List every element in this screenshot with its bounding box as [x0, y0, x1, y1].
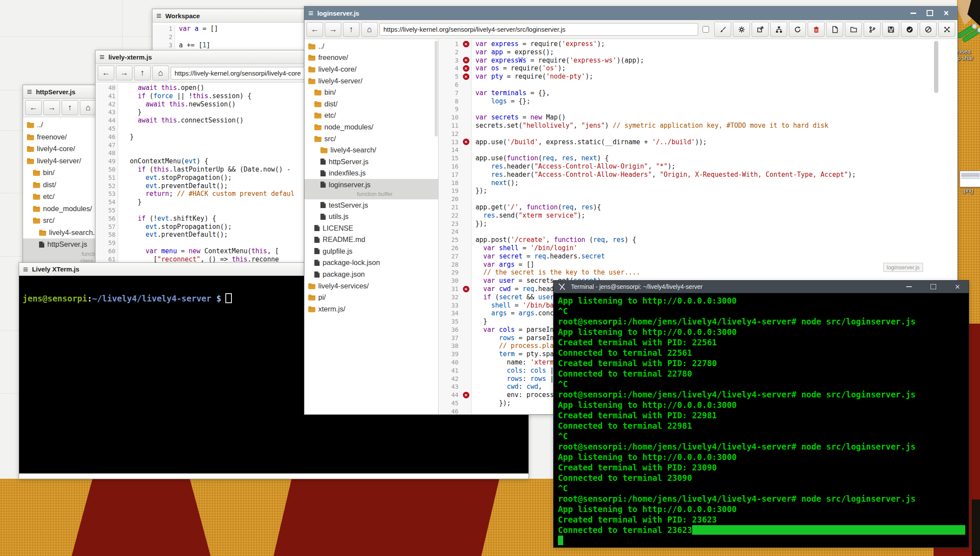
tree-item-etc[interactable]: etc/: [304, 110, 438, 122]
desktop-guide: [0, 256, 23, 257]
tree-item-lively4-server[interactable]: lively4-server/: [304, 75, 438, 87]
error-badge-icon[interactable]: ×: [463, 286, 469, 292]
error-badge-icon[interactable]: ×: [463, 139, 469, 145]
minimize-button[interactable]: [905, 283, 913, 291]
terminal-cursor-line: [558, 535, 969, 546]
maximize-button[interactable]: [929, 283, 937, 291]
tree-item-LICENSE[interactable]: LICENSE: [304, 222, 438, 234]
code-line-21: 21app.get('/', function(req, res){: [439, 203, 957, 212]
back-button[interactable]: ←: [25, 100, 42, 115]
code-line-11: 11secrets.set("hellolively", "jens") // …: [439, 122, 957, 130]
line-number: 43: [96, 108, 118, 116]
tree-item-lively4-core[interactable]: lively4-core/: [304, 63, 438, 75]
tree-item-pi[interactable]: pi/: [304, 291, 438, 303]
brush-button[interactable]: [714, 22, 731, 37]
tree-item-README.md[interactable]: README.md: [304, 234, 438, 246]
code-line-40: 40 await this.open(): [96, 84, 313, 92]
terminal-line: App listening to http://0.0.0.0:3000: [558, 400, 969, 410]
accept-button[interactable]: [901, 22, 918, 37]
desktop-icon-png[interactable]: .png: [960, 171, 980, 194]
home-button[interactable]: ⌂: [80, 100, 96, 115]
refresh-button[interactable]: [789, 22, 806, 37]
code-line-3: 3×var expressWs = require('express-ws')(…: [439, 56, 957, 65]
error-badge-icon[interactable]: ×: [463, 73, 469, 80]
forward-button[interactable]: →: [325, 22, 341, 37]
maximize-button[interactable]: [926, 9, 934, 17]
url-input[interactable]: [171, 67, 310, 79]
tree-item-utils.js[interactable]: utils.js: [304, 211, 438, 222]
tree-item-package-lock.json[interactable]: package-lock.json: [304, 257, 438, 269]
close-button[interactable]: ×: [954, 283, 961, 291]
tree-item-indexfiles.js[interactable]: indexfiles.js: [304, 168, 438, 179]
menu-icon[interactable]: ≡: [308, 9, 313, 17]
code-line-58: 58 evt.preventDefault();: [96, 231, 313, 239]
terminal-line: Created terminal with PID: 22981: [558, 410, 969, 420]
sitemap-button[interactable]: [770, 22, 787, 37]
editor-scrollbar[interactable]: [934, 41, 938, 93]
terminal-screen[interactable]: App listening to http://0.0.0.0:3000^Cro…: [554, 293, 969, 547]
tree-item-lively4-services[interactable]: lively4-services/: [304, 280, 438, 292]
new-file-button[interactable]: [826, 22, 843, 37]
cancel-button[interactable]: [920, 22, 937, 37]
tree-item-src[interactable]: src/: [304, 133, 438, 145]
menu-icon[interactable]: ≡: [99, 53, 105, 61]
code-line-19: 19});: [439, 187, 957, 195]
home-button[interactable]: ⌂: [361, 22, 378, 37]
url-input[interactable]: [379, 23, 698, 36]
forward-button[interactable]: →: [43, 100, 60, 115]
home-button[interactable]: ⌂: [152, 66, 169, 80]
tree-item-gulpfile.js[interactable]: gulpfile.js: [304, 245, 438, 257]
code-line-53: 53 return; // #HACK custom prevent defau…: [96, 190, 313, 198]
gears-button[interactable]: [733, 22, 750, 37]
line-number: 57: [96, 223, 118, 231]
tree-item-..[interactable]: ../: [304, 40, 438, 52]
save-icon: [888, 26, 894, 33]
error-badge-icon[interactable]: ×: [463, 392, 469, 398]
terminal-titlebar[interactable]: Terminal - jens@sensorpi: ~/lively4/live…: [554, 281, 969, 293]
tree-item-bin[interactable]: bin/: [304, 86, 438, 98]
expand-button[interactable]: [938, 22, 955, 37]
trash-button[interactable]: [808, 22, 825, 37]
menu-icon[interactable]: ≡: [27, 87, 32, 96]
tree-item-httpServer.js[interactable]: httpServer.js: [304, 156, 438, 168]
code-line-45: 45: [96, 125, 313, 133]
edit-mode-checkbox[interactable]: [703, 26, 709, 33]
back-button[interactable]: ←: [307, 22, 323, 37]
up-button[interactable]: ↑: [62, 100, 78, 115]
workspace-titlebar[interactable]: ≡ Workspace: [152, 9, 309, 23]
minimize-button[interactable]: [909, 9, 917, 17]
terminal-line: Connected to terminal 23090: [558, 473, 969, 483]
menu-icon[interactable]: ≡: [23, 265, 28, 274]
close-button[interactable]: ×: [942, 9, 950, 17]
tree-item-loginserver.js[interactable]: loginserver.jsfunction buffer: [304, 179, 438, 199]
tree-scrollbar[interactable]: [435, 41, 438, 136]
back-button[interactable]: ←: [98, 66, 114, 80]
tree-item-label: utils.js: [329, 212, 349, 221]
tree-item-lively4-search[interactable]: lively4-search/: [304, 144, 438, 156]
tree-item-node_modules[interactable]: node_modules/: [304, 121, 438, 133]
forward-button[interactable]: →: [116, 66, 132, 80]
error-badge-icon[interactable]: ×: [463, 57, 469, 63]
tree-item-freenove[interactable]: freenove/: [304, 52, 438, 64]
folder-button[interactable]: [845, 22, 862, 37]
folder-icon: [33, 217, 40, 224]
save-button[interactable]: [882, 22, 899, 37]
tree-item-xterm.js[interactable]: xterm.js/: [304, 303, 438, 315]
git-branch-button[interactable]: [864, 22, 881, 37]
tree-item-dist[interactable]: dist/: [304, 98, 438, 110]
file-icon: [314, 259, 320, 266]
error-badge-icon[interactable]: ×: [463, 65, 469, 72]
tree-item-package.json[interactable]: package.json: [304, 268, 438, 280]
error-badge-icon[interactable]: ×: [463, 41, 469, 47]
line-number: 59: [96, 239, 118, 247]
terminal-line: root@sensorpi:/home/jens/lively4/lively4…: [558, 389, 969, 400]
xterm-editor-titlebar[interactable]: ≡ lively-xterm.js: [96, 50, 313, 64]
up-button[interactable]: ↑: [134, 66, 151, 80]
menu-icon[interactable]: ≡: [156, 11, 162, 20]
tree-item-testServer.js[interactable]: testServer.js: [304, 199, 438, 211]
xterm-editor-code[interactable]: 40 await this.open()41 if (force || !thi…: [96, 83, 313, 268]
open-external-button[interactable]: [752, 22, 769, 37]
loginserver-titlebar[interactable]: ≡ loginserver.js ×: [304, 7, 957, 20]
up-button[interactable]: ↑: [343, 22, 360, 37]
desktop-icon-pipes[interactable]: wasea up shar: [954, 22, 980, 61]
